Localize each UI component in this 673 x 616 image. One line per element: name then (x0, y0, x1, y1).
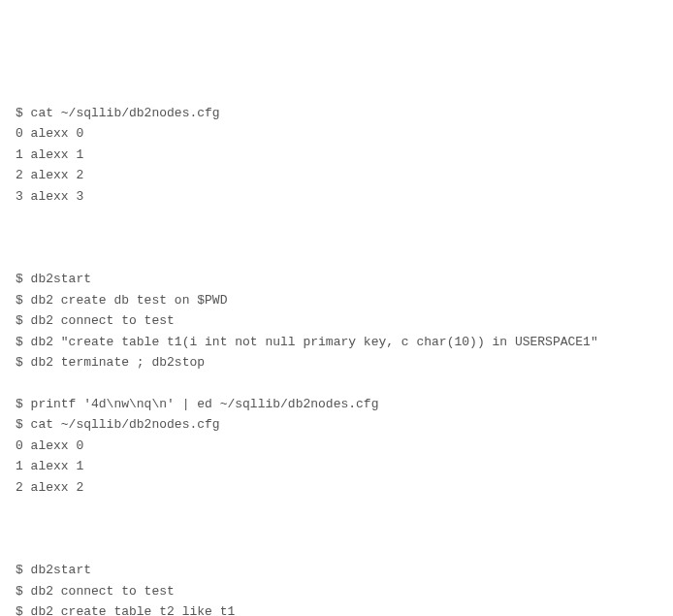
terminal-output-block-2: $ db2start $ db2 create db test on $PWD … (16, 269, 657, 373)
terminal-blank-line (16, 519, 657, 539)
terminal-output-block-3: $ printf '4d\nw\nq\n' | ed ~/sqllib/db2n… (16, 394, 657, 498)
terminal-output-block-4: $ db2start $ db2 connect to test $ db2 c… (16, 560, 657, 616)
terminal-output-block-1: $ cat ~/sqllib/db2nodes.cfg 0 alexx 0 1 … (16, 103, 657, 207)
terminal-blank-line (16, 227, 657, 247)
